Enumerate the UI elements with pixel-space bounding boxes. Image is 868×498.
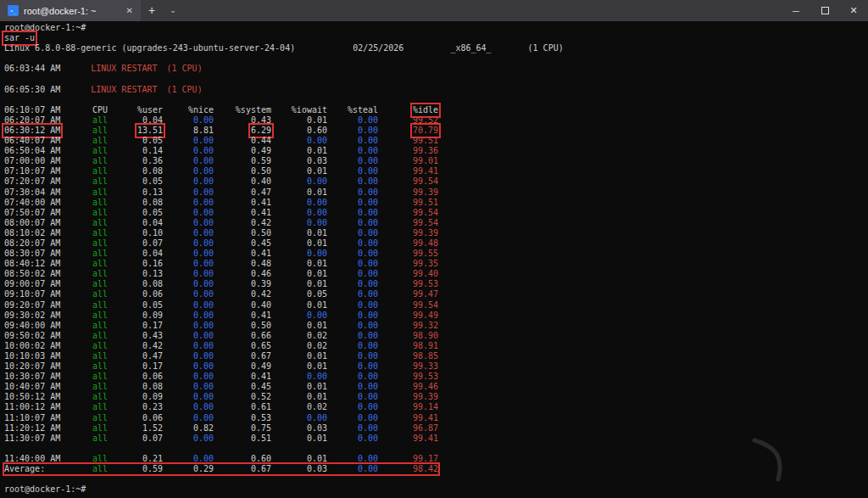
col-steal: 0.00 (327, 454, 378, 464)
prompt-line-bottom: root@docker-1:~# (4, 484, 868, 495)
linux-restart-line-1: 06:03:44 AMLINUX RESTART(1 CPU) (4, 64, 868, 74)
col-idle: 99.54 (378, 300, 438, 311)
col-iowait: 0.01 (271, 115, 327, 126)
col-cpu: all (65, 402, 108, 412)
col-iowait: 0.01 (271, 269, 327, 279)
col-idle: 99.47 (378, 289, 438, 299)
col-cpu: all (65, 311, 108, 321)
col-idle: 99.51 (378, 136, 438, 146)
col-idle: 99.39 (378, 187, 438, 198)
col-cpu: all (65, 136, 108, 146)
col-user: 0.07 (108, 238, 163, 249)
restart-time: 06:03:44 AM (4, 64, 60, 73)
col-nice: 0.00 (163, 208, 214, 218)
col-time: 11:40:00 AM (4, 454, 65, 464)
col-nice: 0.00 (163, 392, 214, 402)
tab-title: root@docker-1: ~ (24, 6, 118, 16)
col-steal: 0.00 (327, 361, 378, 372)
col-idle: 99.01 (378, 156, 438, 166)
col-idle: 99.53 (378, 372, 438, 382)
col-cpu: all (65, 464, 108, 474)
sar-average-row: Average:all0.590.290.670.030.0098.42 (4, 464, 438, 474)
pen-squiggle-mark (746, 417, 805, 484)
col-iowait: 0.01 (271, 321, 327, 331)
col-iowait: 0.01 (271, 259, 327, 269)
sar-table: 06:10:07 AMCPU%user%nice%system%iowait%s… (4, 105, 868, 474)
minimize-button[interactable]: ─ (782, 0, 810, 21)
col-nice: 0.00 (163, 372, 214, 382)
col-system: 0.59 (214, 156, 271, 166)
col-steal: 0.00 (327, 126, 378, 136)
col-nice: 0.00 (163, 198, 214, 208)
col-cpu: all (65, 361, 108, 372)
col-cpu: all (65, 392, 108, 402)
restart-cpu: (1 CPU) (167, 64, 203, 73)
col-time: 08:20:07 AM (4, 238, 65, 249)
col-time: 09:30:02 AM (4, 311, 65, 321)
col-iowait: 0.03 (271, 156, 327, 166)
col-iowait: 0.01 (271, 300, 327, 311)
sar-data-row: 09:40:00 AMall0.170.000.500.010.0099.32 (4, 321, 438, 331)
col-iowait: 0.00 (271, 413, 327, 423)
col-nice: 0.00 (163, 156, 214, 166)
col-user: 0.13 (108, 269, 163, 279)
col-steal: 0.00 (327, 198, 378, 208)
col-user: 0.08 (108, 166, 163, 176)
col-user: 0.14 (108, 146, 163, 156)
sar-data-row: 08:20:07 AMall0.070.000.450.010.0099.48 (4, 238, 438, 249)
maximize-button[interactable] (810, 0, 839, 21)
new-tab-button[interactable]: + (141, 0, 163, 21)
col-system: 0.53 (214, 413, 271, 423)
col-nice: 0.00 (163, 218, 214, 228)
col-steal: 0.00 (327, 238, 378, 249)
col-time: 08:00:07 AM (4, 218, 65, 228)
sar-data-row: 07:10:07 AMall0.080.000.500.010.0099.41 (4, 166, 438, 176)
sar-data-row: 06:30:12 AMall13.518.816.290.600.0070.79 (4, 126, 438, 136)
col-iowait: 0.01 (271, 351, 327, 361)
col-nice: 0.00 (163, 279, 214, 289)
tab-dropdown-icon[interactable]: ⌄ (163, 0, 183, 21)
col-idle: 99.36 (378, 146, 438, 156)
col-nice: 0.00 (163, 454, 214, 464)
sar-data-row: 11:10:07 AMall0.060.000.530.000.0099.41 (4, 413, 438, 423)
col-nice: 0.00 (163, 331, 214, 341)
col-user: 0.36 (108, 156, 163, 166)
col-steal: 0.00 (327, 392, 378, 402)
col-nice: %nice (163, 105, 214, 115)
col-system: 0.41 (214, 249, 271, 259)
system-info-line: Linux 6.8.0-88-generic (upgrades-243-ubu… (4, 43, 868, 53)
col-user: 0.21 (108, 454, 163, 464)
col-user: 0.17 (108, 321, 163, 331)
close-button[interactable]: ✕ (839, 0, 868, 21)
col-nice: 0.00 (163, 136, 214, 146)
col-cpu: all (65, 208, 108, 218)
col-system: 0.42 (214, 289, 271, 299)
col-time: 07:00:00 AM (4, 156, 65, 166)
col-cpu: all (65, 115, 108, 126)
terminal-screen[interactable]: root@docker-1:~# sar -u Linux 6.8.0-88-g… (0, 21, 868, 498)
col-user: 0.06 (108, 372, 163, 382)
col-user: 1.52 (108, 423, 163, 434)
col-nice: 0.00 (163, 341, 214, 351)
col-iowait: 0.01 (271, 434, 327, 444)
col-idle: 99.51 (378, 198, 438, 208)
col-time: 06:20:07 AM (4, 115, 65, 126)
sar-data-row: 09:50:02 AMall0.430.000.660.020.0098.90 (4, 331, 438, 341)
col-system: 6.29 (214, 126, 271, 136)
col-iowait: 0.00 (271, 208, 327, 218)
col-iowait: %iowait (271, 105, 327, 115)
col-time: 07:40:00 AM (4, 198, 65, 208)
tab-close-icon[interactable]: ✕ (123, 6, 136, 15)
col-nice: 0.00 (163, 351, 214, 361)
col-cpu: all (65, 238, 108, 249)
col-time: 08:40:12 AM (4, 259, 65, 269)
col-nice: 0.29 (163, 464, 214, 474)
sar-data-row: 08:30:07 AMall0.040.000.410.000.0099.55 (4, 249, 438, 259)
col-idle: 99.32 (378, 321, 438, 331)
col-nice: 0.00 (163, 146, 214, 156)
col-time: 10:40:07 AM (4, 382, 65, 392)
col-nice: 0.82 (163, 423, 214, 434)
tab-root-docker[interactable]: >_ root@docker-1: ~ ✕ (0, 0, 141, 21)
col-steal: 0.00 (327, 208, 378, 218)
col-system: 0.50 (214, 228, 271, 238)
